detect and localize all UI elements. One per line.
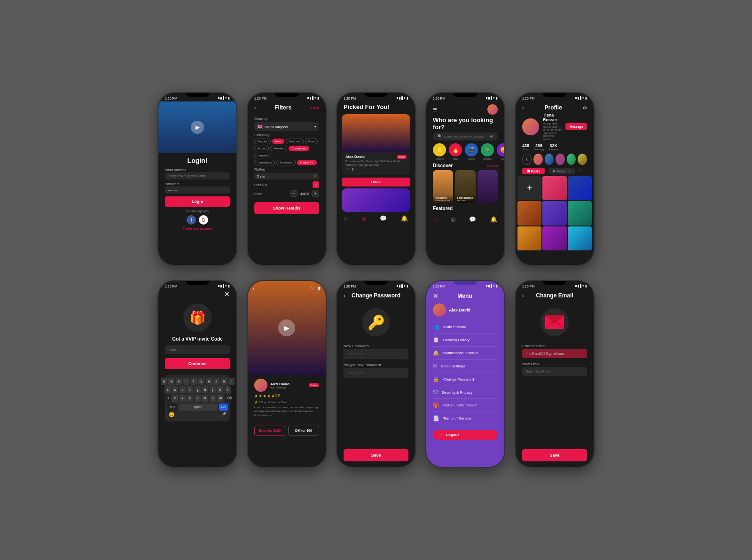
key-e[interactable]: e bbox=[176, 378, 182, 385]
price-minus[interactable]: − bbox=[290, 190, 298, 197]
key-123[interactable]: 123 bbox=[167, 404, 177, 411]
mic-key[interactable]: 🎤 bbox=[220, 412, 226, 417]
menu-icon[interactable]: ☰ bbox=[433, 107, 437, 112]
key-i[interactable]: i bbox=[213, 378, 219, 385]
menu-close-button[interactable]: ✕ bbox=[433, 292, 439, 300]
grid-cell-3[interactable] bbox=[517, 201, 541, 225]
menu-invite-code[interactable]: 🎁 Got an Invite Code? bbox=[433, 399, 498, 412]
key-x[interactable]: x bbox=[180, 395, 186, 402]
message-button[interactable]: Message bbox=[565, 123, 587, 130]
key-go[interactable]: Go bbox=[219, 404, 228, 411]
create-account-link[interactable]: Create new account! bbox=[165, 227, 230, 230]
nav-explore-4[interactable]: ◎ bbox=[451, 216, 455, 223]
video-back-button[interactable]: ‹ bbox=[252, 286, 254, 292]
price-plus[interactable]: + bbox=[312, 190, 319, 197]
retype-pw-input[interactable]: Password bbox=[344, 368, 408, 378]
menu-terms[interactable]: 📄 Terms of Service bbox=[433, 412, 498, 425]
tag-comedians2[interactable]: Comedians bbox=[254, 160, 275, 165]
nav-messages[interactable]: 💬 bbox=[380, 215, 387, 222]
key-r[interactable]: r bbox=[183, 378, 189, 385]
key-g[interactable]: g bbox=[195, 386, 201, 393]
nav-notifications[interactable]: 🔔 bbox=[401, 215, 408, 222]
key-b[interactable]: b bbox=[202, 395, 208, 402]
show-results-button[interactable]: Show Results bbox=[254, 202, 319, 214]
discover-card-1[interactable]: Alex David Whatever you say bbox=[433, 170, 453, 203]
login-button[interactable]: Login bbox=[165, 196, 230, 207]
settings-icon[interactable]: ⚙ bbox=[583, 105, 587, 110]
nav-messages-4[interactable]: 💬 bbox=[469, 216, 476, 223]
email-input[interactable]: info@test250@gmail.com bbox=[165, 172, 230, 179]
cat-new[interactable]: 🔥 New bbox=[449, 143, 462, 160]
key-u[interactable]: u bbox=[206, 378, 212, 385]
nav-notifications-4[interactable]: 🔔 bbox=[490, 216, 497, 223]
tab-posts[interactable]: ▦ Posts bbox=[522, 168, 545, 174]
menu-booking-history[interactable]: 📋 Booking History bbox=[433, 334, 498, 347]
grid-add-cell[interactable]: + bbox=[517, 176, 541, 200]
key-t[interactable]: t bbox=[191, 378, 197, 385]
pw-back-button[interactable]: ‹ bbox=[344, 293, 345, 298]
book-button[interactable]: Book bbox=[342, 178, 410, 187]
menu-notifications[interactable]: 🔔 Notifications Settings bbox=[433, 347, 498, 360]
grid-cell-1[interactable] bbox=[542, 176, 566, 200]
tag-more[interactable]: More bbox=[305, 139, 318, 144]
video-share-icon[interactable]: ⬆ bbox=[317, 286, 321, 292]
wishlist-icon[interactable]: ♡ bbox=[579, 169, 582, 173]
grid-cell-5[interactable] bbox=[568, 201, 592, 225]
menu-change-password[interactable]: 🔒 Change Password bbox=[433, 373, 498, 386]
book-for-button[interactable]: Book for $180 bbox=[254, 426, 285, 436]
google-button[interactable]: G bbox=[199, 215, 208, 225]
rating-row[interactable]: 5 star ✕ bbox=[254, 173, 319, 179]
rating-close[interactable]: ✕ bbox=[313, 174, 316, 178]
cat-actors[interactable]: 🎬 Actors bbox=[465, 143, 478, 160]
cat-com[interactable]: 😄 Com bbox=[497, 143, 504, 160]
key-shift[interactable]: ⇧ bbox=[164, 395, 171, 402]
video-play-button[interactable]: ▶ bbox=[278, 319, 295, 336]
key-c[interactable]: c bbox=[187, 395, 193, 402]
tag-featured[interactable]: Featured bbox=[286, 139, 304, 144]
nav-home-4[interactable]: ⌂ bbox=[433, 216, 437, 223]
profile-back-button[interactable]: ‹ bbox=[522, 105, 524, 110]
dm-button[interactable]: DM for $60 bbox=[288, 426, 319, 436]
key-m[interactable]: m bbox=[217, 395, 223, 402]
filter-icon[interactable]: ⚙ bbox=[490, 134, 493, 139]
email-back-button[interactable]: ‹ bbox=[522, 293, 524, 298]
tag-comedians[interactable]: Comedians bbox=[289, 146, 309, 151]
clear-button[interactable]: Clear bbox=[310, 106, 319, 110]
continue-button[interactable]: Continue bbox=[165, 358, 230, 369]
key-k[interactable]: k bbox=[217, 386, 223, 393]
key-v[interactable]: v bbox=[195, 395, 201, 402]
current-email-input[interactable]: info@test250@gmail.com bbox=[522, 349, 587, 358]
menu-email-settings[interactable]: ✉ Email Settings bbox=[433, 360, 498, 373]
grid-cell-6[interactable] bbox=[517, 226, 541, 250]
key-y[interactable]: y bbox=[198, 378, 204, 385]
key-backspace[interactable]: ⌫ bbox=[225, 395, 231, 402]
tag-dancers[interactable]: Dancers bbox=[254, 153, 271, 158]
share-icon[interactable]: ⬆ bbox=[351, 167, 355, 172]
nav-home[interactable]: ⌂ bbox=[344, 215, 347, 222]
heart-icon[interactable]: ♡ bbox=[345, 167, 349, 172]
menu-invite-friends[interactable]: 👥 Invite Friends bbox=[433, 320, 498, 334]
country-select[interactable]: 🇬🇧United Kingdom ▾ bbox=[254, 122, 319, 131]
password-input[interactable]: •••••••• bbox=[165, 187, 230, 194]
tag-reality[interactable]: Reality TV bbox=[297, 160, 317, 165]
key-d[interactable]: d bbox=[180, 386, 186, 393]
key-q[interactable]: q bbox=[161, 378, 167, 385]
nav-explore[interactable]: ◎ bbox=[361, 215, 366, 222]
grid-cell-4[interactable] bbox=[542, 201, 566, 225]
tab-moments[interactable]: ▶ Moments bbox=[548, 168, 575, 174]
key-n[interactable]: n bbox=[210, 395, 216, 402]
close-button[interactable]: ✕ bbox=[224, 290, 230, 298]
key-s[interactable]: s bbox=[172, 386, 178, 393]
cat-featured[interactable]: ⭐ Featured bbox=[433, 143, 446, 160]
code-input[interactable]: Code bbox=[165, 345, 230, 354]
grid-cell-8[interactable] bbox=[568, 226, 592, 250]
save-email-button[interactable]: Save bbox=[522, 449, 587, 461]
key-f[interactable]: f bbox=[187, 386, 193, 393]
back-button-filters[interactable]: ‹ bbox=[254, 105, 256, 110]
tag-new[interactable]: New bbox=[272, 139, 284, 144]
play-button[interactable]: ▶ bbox=[191, 121, 204, 134]
user-avatar[interactable] bbox=[487, 104, 498, 115]
key-space[interactable]: space bbox=[179, 404, 218, 411]
menu-security[interactable]: 🛡 Security & Privacy bbox=[433, 386, 498, 399]
key-a[interactable]: a bbox=[164, 386, 171, 393]
